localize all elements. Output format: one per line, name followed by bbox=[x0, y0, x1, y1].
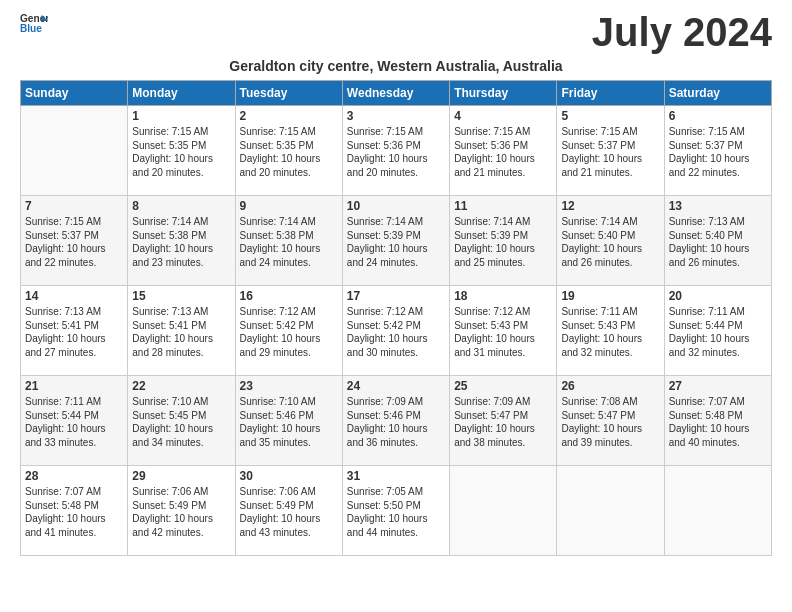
calendar-table: SundayMondayTuesdayWednesdayThursdayFrid… bbox=[20, 80, 772, 556]
day-content: Sunrise: 7:12 AM Sunset: 5:42 PM Dayligh… bbox=[240, 305, 338, 359]
calendar-cell bbox=[21, 106, 128, 196]
day-content: Sunrise: 7:07 AM Sunset: 5:48 PM Dayligh… bbox=[669, 395, 767, 449]
day-number: 10 bbox=[347, 199, 445, 213]
day-content: Sunrise: 7:14 AM Sunset: 5:38 PM Dayligh… bbox=[240, 215, 338, 269]
calendar-cell: 30Sunrise: 7:06 AM Sunset: 5:49 PM Dayli… bbox=[235, 466, 342, 556]
calendar-cell bbox=[664, 466, 771, 556]
calendar-cell: 2Sunrise: 7:15 AM Sunset: 5:35 PM Daylig… bbox=[235, 106, 342, 196]
day-content: Sunrise: 7:15 AM Sunset: 5:36 PM Dayligh… bbox=[347, 125, 445, 179]
logo-icon: General Blue bbox=[20, 10, 48, 38]
day-content: Sunrise: 7:15 AM Sunset: 5:37 PM Dayligh… bbox=[25, 215, 123, 269]
calendar-cell: 13Sunrise: 7:13 AM Sunset: 5:40 PM Dayli… bbox=[664, 196, 771, 286]
day-content: Sunrise: 7:12 AM Sunset: 5:43 PM Dayligh… bbox=[454, 305, 552, 359]
calendar-cell: 7Sunrise: 7:15 AM Sunset: 5:37 PM Daylig… bbox=[21, 196, 128, 286]
day-number: 16 bbox=[240, 289, 338, 303]
weekday-header: Wednesday bbox=[342, 81, 449, 106]
day-content: Sunrise: 7:15 AM Sunset: 5:35 PM Dayligh… bbox=[240, 125, 338, 179]
calendar-cell: 27Sunrise: 7:07 AM Sunset: 5:48 PM Dayli… bbox=[664, 376, 771, 466]
calendar-cell: 22Sunrise: 7:10 AM Sunset: 5:45 PM Dayli… bbox=[128, 376, 235, 466]
day-number: 27 bbox=[669, 379, 767, 393]
month-title: July 2024 bbox=[592, 10, 772, 54]
calendar-cell: 15Sunrise: 7:13 AM Sunset: 5:41 PM Dayli… bbox=[128, 286, 235, 376]
day-number: 15 bbox=[132, 289, 230, 303]
calendar-cell: 9Sunrise: 7:14 AM Sunset: 5:38 PM Daylig… bbox=[235, 196, 342, 286]
day-number: 11 bbox=[454, 199, 552, 213]
day-number: 21 bbox=[25, 379, 123, 393]
calendar-week-row: 7Sunrise: 7:15 AM Sunset: 5:37 PM Daylig… bbox=[21, 196, 772, 286]
calendar-week-row: 14Sunrise: 7:13 AM Sunset: 5:41 PM Dayli… bbox=[21, 286, 772, 376]
day-content: Sunrise: 7:06 AM Sunset: 5:49 PM Dayligh… bbox=[240, 485, 338, 539]
day-number: 13 bbox=[669, 199, 767, 213]
weekday-header: Friday bbox=[557, 81, 664, 106]
calendar-cell: 1Sunrise: 7:15 AM Sunset: 5:35 PM Daylig… bbox=[128, 106, 235, 196]
day-content: Sunrise: 7:09 AM Sunset: 5:47 PM Dayligh… bbox=[454, 395, 552, 449]
calendar-cell: 14Sunrise: 7:13 AM Sunset: 5:41 PM Dayli… bbox=[21, 286, 128, 376]
day-content: Sunrise: 7:15 AM Sunset: 5:36 PM Dayligh… bbox=[454, 125, 552, 179]
calendar-cell: 24Sunrise: 7:09 AM Sunset: 5:46 PM Dayli… bbox=[342, 376, 449, 466]
calendar-cell: 29Sunrise: 7:06 AM Sunset: 5:49 PM Dayli… bbox=[128, 466, 235, 556]
calendar-week-row: 28Sunrise: 7:07 AM Sunset: 5:48 PM Dayli… bbox=[21, 466, 772, 556]
calendar-cell: 28Sunrise: 7:07 AM Sunset: 5:48 PM Dayli… bbox=[21, 466, 128, 556]
day-content: Sunrise: 7:11 AM Sunset: 5:44 PM Dayligh… bbox=[669, 305, 767, 359]
day-number: 23 bbox=[240, 379, 338, 393]
calendar-cell: 6Sunrise: 7:15 AM Sunset: 5:37 PM Daylig… bbox=[664, 106, 771, 196]
day-number: 4 bbox=[454, 109, 552, 123]
day-content: Sunrise: 7:05 AM Sunset: 5:50 PM Dayligh… bbox=[347, 485, 445, 539]
day-content: Sunrise: 7:15 AM Sunset: 5:37 PM Dayligh… bbox=[669, 125, 767, 179]
calendar-body: 1Sunrise: 7:15 AM Sunset: 5:35 PM Daylig… bbox=[21, 106, 772, 556]
day-content: Sunrise: 7:11 AM Sunset: 5:44 PM Dayligh… bbox=[25, 395, 123, 449]
day-number: 28 bbox=[25, 469, 123, 483]
day-content: Sunrise: 7:14 AM Sunset: 5:40 PM Dayligh… bbox=[561, 215, 659, 269]
weekday-header: Saturday bbox=[664, 81, 771, 106]
weekday-header: Monday bbox=[128, 81, 235, 106]
calendar-cell: 5Sunrise: 7:15 AM Sunset: 5:37 PM Daylig… bbox=[557, 106, 664, 196]
day-number: 6 bbox=[669, 109, 767, 123]
day-content: Sunrise: 7:14 AM Sunset: 5:39 PM Dayligh… bbox=[454, 215, 552, 269]
calendar-cell: 16Sunrise: 7:12 AM Sunset: 5:42 PM Dayli… bbox=[235, 286, 342, 376]
day-content: Sunrise: 7:13 AM Sunset: 5:41 PM Dayligh… bbox=[25, 305, 123, 359]
day-content: Sunrise: 7:15 AM Sunset: 5:35 PM Dayligh… bbox=[132, 125, 230, 179]
weekday-header: Tuesday bbox=[235, 81, 342, 106]
day-content: Sunrise: 7:12 AM Sunset: 5:42 PM Dayligh… bbox=[347, 305, 445, 359]
day-content: Sunrise: 7:14 AM Sunset: 5:39 PM Dayligh… bbox=[347, 215, 445, 269]
day-number: 25 bbox=[454, 379, 552, 393]
day-content: Sunrise: 7:14 AM Sunset: 5:38 PM Dayligh… bbox=[132, 215, 230, 269]
day-content: Sunrise: 7:09 AM Sunset: 5:46 PM Dayligh… bbox=[347, 395, 445, 449]
day-content: Sunrise: 7:10 AM Sunset: 5:45 PM Dayligh… bbox=[132, 395, 230, 449]
day-number: 29 bbox=[132, 469, 230, 483]
calendar-cell: 25Sunrise: 7:09 AM Sunset: 5:47 PM Dayli… bbox=[450, 376, 557, 466]
calendar-cell: 3Sunrise: 7:15 AM Sunset: 5:36 PM Daylig… bbox=[342, 106, 449, 196]
day-number: 17 bbox=[347, 289, 445, 303]
day-number: 9 bbox=[240, 199, 338, 213]
subtitle: Geraldton city centre, Western Australia… bbox=[20, 58, 772, 74]
day-content: Sunrise: 7:10 AM Sunset: 5:46 PM Dayligh… bbox=[240, 395, 338, 449]
day-content: Sunrise: 7:13 AM Sunset: 5:40 PM Dayligh… bbox=[669, 215, 767, 269]
day-content: Sunrise: 7:08 AM Sunset: 5:47 PM Dayligh… bbox=[561, 395, 659, 449]
day-number: 14 bbox=[25, 289, 123, 303]
day-number: 12 bbox=[561, 199, 659, 213]
day-number: 20 bbox=[669, 289, 767, 303]
day-content: Sunrise: 7:15 AM Sunset: 5:37 PM Dayligh… bbox=[561, 125, 659, 179]
title-block: July 2024 bbox=[592, 10, 772, 54]
calendar-cell: 18Sunrise: 7:12 AM Sunset: 5:43 PM Dayli… bbox=[450, 286, 557, 376]
calendar-cell: 19Sunrise: 7:11 AM Sunset: 5:43 PM Dayli… bbox=[557, 286, 664, 376]
calendar-header-row: SundayMondayTuesdayWednesdayThursdayFrid… bbox=[21, 81, 772, 106]
calendar-cell: 12Sunrise: 7:14 AM Sunset: 5:40 PM Dayli… bbox=[557, 196, 664, 286]
calendar-week-row: 21Sunrise: 7:11 AM Sunset: 5:44 PM Dayli… bbox=[21, 376, 772, 466]
calendar-cell: 11Sunrise: 7:14 AM Sunset: 5:39 PM Dayli… bbox=[450, 196, 557, 286]
day-number: 30 bbox=[240, 469, 338, 483]
svg-text:Blue: Blue bbox=[20, 23, 42, 34]
day-number: 31 bbox=[347, 469, 445, 483]
header: General Blue July 2024 bbox=[20, 10, 772, 54]
day-number: 22 bbox=[132, 379, 230, 393]
day-content: Sunrise: 7:13 AM Sunset: 5:41 PM Dayligh… bbox=[132, 305, 230, 359]
day-number: 1 bbox=[132, 109, 230, 123]
day-number: 26 bbox=[561, 379, 659, 393]
day-number: 5 bbox=[561, 109, 659, 123]
calendar-cell bbox=[450, 466, 557, 556]
calendar-cell: 20Sunrise: 7:11 AM Sunset: 5:44 PM Dayli… bbox=[664, 286, 771, 376]
weekday-header: Thursday bbox=[450, 81, 557, 106]
calendar-cell: 26Sunrise: 7:08 AM Sunset: 5:47 PM Dayli… bbox=[557, 376, 664, 466]
calendar-cell bbox=[557, 466, 664, 556]
day-number: 7 bbox=[25, 199, 123, 213]
